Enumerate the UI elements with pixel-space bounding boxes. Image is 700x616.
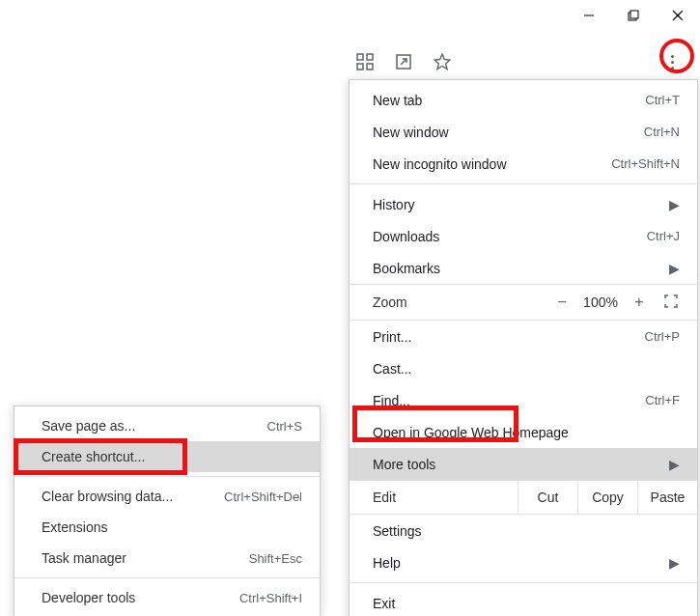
menu-item-new-window[interactable]: New window Ctrl+N <box>350 116 697 148</box>
copy-button[interactable]: Copy <box>577 481 637 514</box>
minimize-icon <box>583 10 595 21</box>
menu-item-print[interactable]: Print... Ctrl+P <box>350 321 697 352</box>
svg-line-10 <box>401 59 406 65</box>
menu-shortcut: Ctrl+N <box>644 125 680 139</box>
svg-rect-8 <box>367 64 373 70</box>
menu-label: New tab <box>373 93 645 108</box>
qr-icon[interactable] <box>354 51 376 72</box>
menu-separator <box>350 183 697 184</box>
submenu-item-task-manager[interactable]: Task manager Shift+Esc <box>14 543 320 574</box>
submenu-arrow-icon: ▶ <box>669 197 680 212</box>
svg-marker-11 <box>434 54 450 70</box>
submenu-arrow-icon: ▶ <box>669 555 680 571</box>
menu-label: Bookmarks <box>373 261 659 276</box>
maximize-button[interactable] <box>611 0 656 31</box>
close-icon <box>672 10 684 21</box>
menu-item-help[interactable]: Help ▶ <box>350 546 697 578</box>
menu-item-new-tab[interactable]: New tab Ctrl+T <box>350 84 697 116</box>
more-tools-submenu: Save page as... Ctrl+S Create shortcut..… <box>14 406 321 616</box>
menu-button[interactable] <box>661 51 683 72</box>
menu-item-zoom: Zoom − 100% + <box>350 284 697 321</box>
menu-label: Downloads <box>373 229 647 244</box>
submenu-item-dev-tools[interactable]: Developer tools Ctrl+Shift+I <box>14 582 320 613</box>
menu-label: Cast... <box>373 361 680 377</box>
edit-label: Edit <box>373 490 518 505</box>
submenu-shortcut: Ctrl+Shift+Del <box>224 490 302 504</box>
menu-separator <box>350 582 697 583</box>
fullscreen-button[interactable] <box>655 294 687 311</box>
submenu-label: Developer tools <box>42 590 239 605</box>
zoom-out-button[interactable]: − <box>546 294 577 311</box>
menu-shortcut: Ctrl+J <box>647 229 680 243</box>
menu-shortcut: Ctrl+P <box>645 329 680 344</box>
menu-item-find[interactable]: Find... Ctrl+F <box>350 384 697 416</box>
submenu-shortcut: Shift+Esc <box>249 551 302 566</box>
menu-item-new-incognito[interactable]: New incognito window Ctrl+Shift+N <box>350 148 697 180</box>
submenu-item-create-shortcut[interactable]: Create shortcut... <box>14 441 320 472</box>
zoom-label: Zoom <box>373 294 546 310</box>
menu-label: More tools <box>373 457 659 472</box>
star-icon[interactable] <box>432 51 453 72</box>
submenu-label: Task manager <box>42 550 249 566</box>
submenu-label: Clear browsing data... <box>42 489 224 504</box>
menu-label: Print... <box>373 329 645 345</box>
svg-rect-2 <box>630 11 638 18</box>
menu-item-history[interactable]: History ▶ <box>350 188 697 220</box>
fullscreen-icon <box>664 294 678 308</box>
menu-label: Exit <box>373 596 680 611</box>
submenu-arrow-icon: ▶ <box>669 457 680 472</box>
menu-item-edit: Edit Cut Copy Paste <box>350 480 697 515</box>
svg-rect-7 <box>357 64 363 70</box>
menu-label: Help <box>373 555 659 571</box>
menu-item-more-tools[interactable]: More tools ▶ <box>350 448 697 480</box>
maximize-icon <box>628 10 639 21</box>
menu-label: History <box>373 197 659 212</box>
menu-item-exit[interactable]: Exit <box>350 587 697 616</box>
menu-item-settings[interactable]: Settings <box>350 515 697 546</box>
minimize-button[interactable] <box>567 0 611 31</box>
submenu-label: Save page as... <box>42 418 267 434</box>
toolbar <box>0 42 700 81</box>
submenu-item-extensions[interactable]: Extensions <box>14 512 320 543</box>
menu-item-bookmarks[interactable]: Bookmarks ▶ <box>350 252 697 284</box>
menu-item-cast[interactable]: Cast... <box>350 352 697 384</box>
menu-item-open-homepage[interactable]: Open in Google Web Homepage <box>350 416 697 448</box>
menu-label: New window <box>373 125 644 140</box>
open-external-icon[interactable] <box>393 51 414 72</box>
submenu-item-clear-browsing[interactable]: Clear browsing data... Ctrl+Shift+Del <box>14 481 320 512</box>
menu-label: Settings <box>373 523 680 539</box>
svg-rect-6 <box>367 54 373 60</box>
main-menu: New tab Ctrl+T New window Ctrl+N New inc… <box>349 79 698 616</box>
submenu-separator <box>14 577 320 578</box>
submenu-shortcut: Ctrl+Shift+I <box>239 591 302 605</box>
svg-rect-5 <box>357 54 363 60</box>
zoom-value: 100% <box>577 294 624 310</box>
submenu-arrow-icon: ▶ <box>669 261 680 276</box>
close-button[interactable] <box>656 0 700 31</box>
menu-label: Open in Google Web Homepage <box>373 425 680 440</box>
menu-label: New incognito window <box>373 156 611 172</box>
zoom-in-button[interactable]: + <box>624 294 655 311</box>
submenu-label: Create shortcut... <box>42 449 302 464</box>
menu-shortcut: Ctrl+T <box>645 93 680 107</box>
menu-item-downloads[interactable]: Downloads Ctrl+J <box>350 220 697 252</box>
window-controls <box>567 0 700 31</box>
submenu-label: Extensions <box>42 519 302 535</box>
menu-label: Find... <box>373 393 645 408</box>
vertical-dots-icon <box>671 55 674 70</box>
paste-button[interactable]: Paste <box>637 481 697 514</box>
cut-button[interactable]: Cut <box>518 481 577 514</box>
menu-shortcut: Ctrl+F <box>645 393 680 407</box>
submenu-shortcut: Ctrl+S <box>267 419 302 434</box>
menu-shortcut: Ctrl+Shift+N <box>611 156 680 171</box>
submenu-separator <box>14 476 320 477</box>
submenu-item-save-page[interactable]: Save page as... Ctrl+S <box>14 410 320 441</box>
